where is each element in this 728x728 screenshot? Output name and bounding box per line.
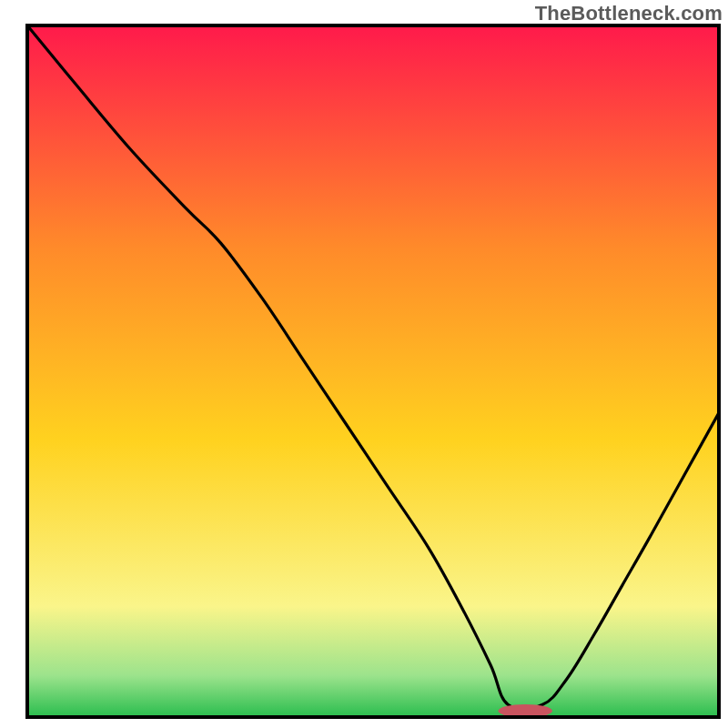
chart-stage: TheBottleneck.com (0, 0, 728, 728)
gradient-background (27, 25, 719, 717)
bottleneck-plot (0, 0, 728, 728)
watermark-label: TheBottleneck.com (535, 2, 723, 25)
